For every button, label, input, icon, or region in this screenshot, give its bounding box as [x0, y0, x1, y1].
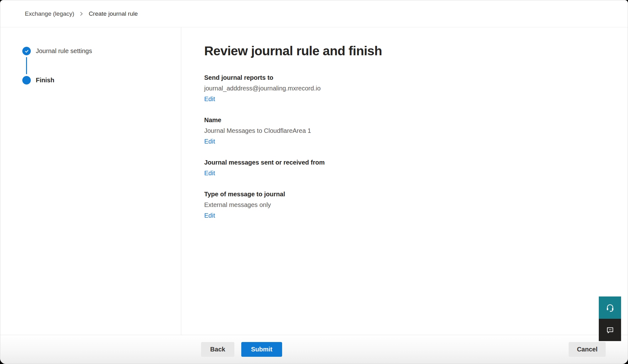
edit-link-name[interactable]: Edit: [204, 136, 215, 147]
wizard-steps-panel: Journal rule settings Finish: [0, 27, 181, 335]
step-connector: [26, 57, 27, 74]
section-value: External messages only: [204, 199, 603, 210]
section-label: Name: [204, 115, 603, 125]
step-label-journal-rule-settings: Journal rule settings: [36, 47, 92, 55]
feedback-button[interactable]: [599, 319, 621, 341]
section-label: Send journal reports to: [204, 72, 603, 83]
wizard-footer: Back Submit Cancel: [0, 335, 628, 364]
review-section-journal-messages-sent-or-received-from: Journal messages sent or received from E…: [204, 157, 603, 178]
edit-link-journal-messages-sent-or-received-from[interactable]: Edit: [204, 168, 215, 178]
edit-link-send-journal-reports-to[interactable]: Edit: [204, 94, 215, 104]
chat-bubble-icon: [606, 326, 614, 334]
breadcrumb: Exchange (legacy) Create journal rule: [0, 0, 628, 27]
wizard-body: Journal rule settings Finish Review jour…: [0, 27, 628, 335]
help-button[interactable]: [599, 296, 621, 319]
step-finish[interactable]: Finish: [22, 76, 181, 84]
footer-left-actions: Back Submit: [201, 342, 282, 357]
section-label: Journal messages sent or received from: [204, 157, 603, 168]
breadcrumb-exchange-legacy[interactable]: Exchange (legacy): [25, 10, 74, 17]
review-section-name: Name Journal Messages to CloudflareArea …: [204, 115, 603, 147]
page-title: Review journal rule and finish: [204, 44, 603, 58]
floating-side-buttons: [599, 296, 621, 341]
section-value: Journal Messages to CloudflareArea 1: [204, 125, 603, 136]
chevron-right-icon: [79, 12, 84, 16]
filled-circle-icon: [22, 76, 31, 84]
exchange-admin-window: Exchange (legacy) Create journal rule Jo…: [0, 0, 628, 364]
section-label: Type of message to journal: [204, 189, 603, 199]
edit-link-type-of-message-to-journal[interactable]: Edit: [204, 210, 215, 221]
breadcrumb-create-journal-rule: Create journal rule: [89, 10, 138, 17]
review-section-send-journal-reports-to: Send journal reports to journal_adddress…: [204, 72, 603, 104]
back-button[interactable]: Back: [201, 342, 234, 357]
step-journal-rule-settings[interactable]: Journal rule settings: [22, 47, 181, 55]
review-panel: Review journal rule and finish Send jour…: [181, 27, 628, 335]
submit-button[interactable]: Submit: [241, 342, 282, 357]
section-value: journal_adddress@journaling.mxrecord.io: [204, 83, 603, 94]
checkmark-circle-icon: [22, 47, 31, 55]
headset-icon: [605, 303, 615, 312]
cancel-button[interactable]: Cancel: [569, 342, 606, 357]
review-section-type-of-message-to-journal: Type of message to journal External mess…: [204, 189, 603, 221]
step-label-finish: Finish: [36, 77, 54, 84]
